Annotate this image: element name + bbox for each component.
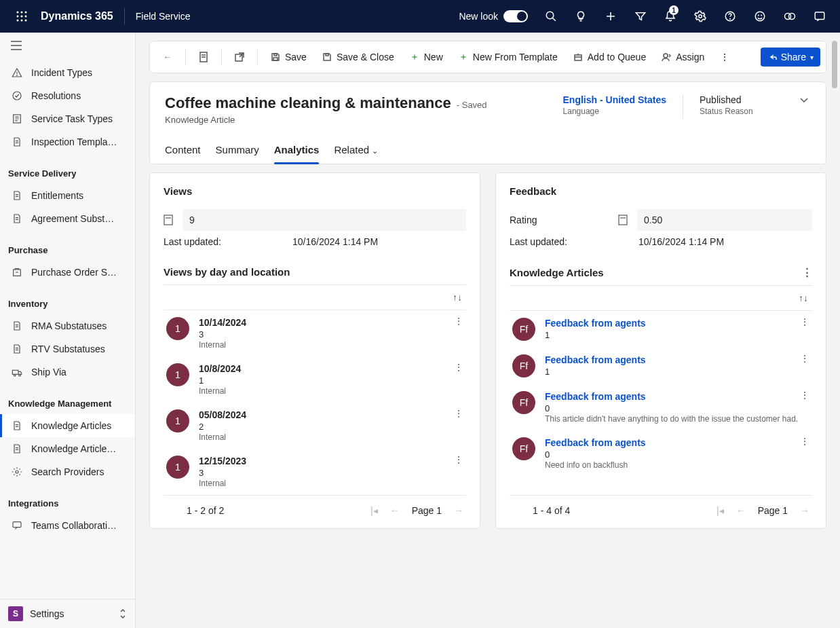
- nav-item[interactable]: Teams Collaborati…: [0, 514, 135, 537]
- filter-icon[interactable]: [626, 0, 655, 33]
- nav-label: RTV Substatuses: [31, 344, 105, 354]
- brand-label[interactable]: Dynamics 365: [41, 10, 113, 22]
- row-location: Internal: [199, 479, 246, 488]
- list-item[interactable]: 1 10/14/2024 3 Internal ⋮: [164, 310, 466, 356]
- save-button[interactable]: Save: [263, 48, 313, 67]
- row-more-icon[interactable]: ⋮: [454, 362, 463, 373]
- divider: [124, 8, 125, 24]
- views-count[interactable]: 9: [183, 209, 466, 231]
- row-more-icon[interactable]: ⋮: [800, 390, 809, 401]
- feedback-title-link[interactable]: Feedback from agents: [545, 318, 646, 329]
- row-more-icon[interactable]: ⋮: [800, 316, 809, 327]
- first-page-icon[interactable]: |◂: [370, 505, 378, 516]
- notifications-icon[interactable]: 1: [655, 0, 685, 33]
- list-item[interactable]: 1 05/08/2024 2 Internal ⋮: [164, 403, 466, 449]
- tab-content[interactable]: Content: [165, 137, 201, 164]
- nav-item[interactable]: Resolutions: [0, 84, 135, 107]
- nav-item[interactable]: RMA Substatuses: [0, 314, 135, 337]
- diamond-icon[interactable]: [775, 0, 805, 33]
- gear-icon: [11, 466, 23, 478]
- face-icon[interactable]: [745, 0, 775, 33]
- row-more-icon[interactable]: ⋮: [454, 408, 463, 419]
- overflow-button[interactable]: ⋮: [712, 48, 737, 67]
- chevron-down-icon: ⌄: [372, 147, 378, 155]
- nav-item[interactable]: Purchase Order S…: [0, 261, 135, 284]
- help-icon[interactable]: [715, 0, 745, 33]
- nav-label: RMA Substatuses: [31, 320, 107, 331]
- nav-item[interactable]: Knowledge Articles: [0, 414, 135, 437]
- list-item[interactable]: 1 10/8/2024 1 Internal ⋮: [164, 356, 466, 403]
- new-look-toggle[interactable]: New look: [459, 10, 528, 22]
- tab-summary[interactable]: Summary: [216, 137, 259, 164]
- gear-icon[interactable]: [685, 0, 715, 33]
- sidebar-toggle-icon[interactable]: [0, 33, 135, 58]
- feedback-updated-label: Last updated:: [510, 236, 611, 247]
- search-icon[interactable]: [536, 0, 566, 33]
- feedback-title-link[interactable]: Feedback from agents: [545, 437, 646, 448]
- feedback-title-link[interactable]: Feedback from agents: [545, 354, 646, 365]
- nav-item[interactable]: Incident Types: [0, 61, 135, 84]
- sort-icon[interactable]: ↑↓: [799, 293, 808, 303]
- save-close-button[interactable]: Save & Close: [315, 48, 401, 67]
- nav-item[interactable]: Ship Via: [0, 361, 135, 384]
- list-item[interactable]: Ff Feedback from agents 1 ⋮: [510, 348, 812, 384]
- row-more-icon[interactable]: ⋮: [800, 436, 809, 447]
- nav-item[interactable]: Inspection Templa…: [0, 130, 135, 153]
- nav-label: Entitlements: [31, 190, 83, 201]
- app-name[interactable]: Field Service: [136, 11, 191, 22]
- views-section-title: Views by day and location: [164, 266, 290, 278]
- tab-related[interactable]: Related⌄: [334, 137, 378, 164]
- popout-button[interactable]: [227, 48, 252, 67]
- toggle-on-icon[interactable]: [503, 10, 528, 22]
- app-launcher-icon[interactable]: [5, 0, 38, 33]
- list-item[interactable]: Ff Feedback from agents 0 Need info on b…: [510, 430, 812, 477]
- prev-page-icon[interactable]: ←: [736, 505, 746, 516]
- lightbulb-icon[interactable]: [566, 0, 596, 33]
- nav-group: PurchasePurchase Order S…: [0, 233, 135, 287]
- list-item[interactable]: Ff Feedback from agents 1 ⋮: [510, 311, 812, 348]
- new-from-template-button[interactable]: ＋New From Template: [451, 48, 565, 67]
- feedback-title-link[interactable]: Feedback from agents: [545, 391, 798, 402]
- row-more-icon[interactable]: ⋮: [454, 454, 463, 465]
- row-more-icon[interactable]: ⋮: [454, 316, 463, 327]
- header-expand-icon[interactable]: [797, 94, 811, 104]
- new-button[interactable]: ＋New: [402, 48, 450, 67]
- list-item[interactable]: 1 12/15/2023 3 Internal ⋮: [164, 449, 466, 495]
- nav-item[interactable]: Agreement Subst…: [0, 207, 135, 230]
- nav-item[interactable]: Search Providers: [0, 460, 135, 483]
- row-more-icon[interactable]: ⋮: [800, 353, 809, 364]
- svg-rect-34: [13, 522, 21, 528]
- views-pager-info: 1 - 2 of 2: [187, 505, 224, 516]
- next-page-icon[interactable]: →: [800, 505, 809, 516]
- tab-analytics[interactable]: Analytics: [274, 137, 320, 164]
- calc-icon: [164, 215, 176, 225]
- header-language[interactable]: English - United States Language: [563, 94, 666, 116]
- next-page-icon[interactable]: →: [454, 505, 463, 516]
- add-to-queue-button[interactable]: Add to Queue: [566, 48, 653, 67]
- header-status[interactable]: Published Status Reason: [700, 94, 781, 116]
- incident-icon: [11, 67, 23, 79]
- sort-icon[interactable]: ↑↓: [453, 292, 462, 303]
- share-button[interactable]: Share ▾: [761, 48, 820, 67]
- prev-page-icon[interactable]: ←: [390, 505, 400, 516]
- back-button[interactable]: ←: [155, 48, 180, 67]
- svg-rect-42: [575, 55, 581, 60]
- check-icon: [11, 90, 23, 102]
- nav-item[interactable]: Service Task Types: [0, 107, 135, 130]
- list-item[interactable]: Ff Feedback from agents 0 This article d…: [510, 384, 812, 430]
- svg-point-3: [17, 16, 19, 18]
- open-record-set-button[interactable]: [191, 48, 216, 67]
- area-label: Settings: [30, 608, 64, 619]
- rating-value[interactable]: 0.50: [637, 209, 812, 231]
- nav-item[interactable]: Entitlements: [0, 184, 135, 207]
- section-more-icon[interactable]: ⋮: [802, 266, 812, 278]
- chat-panel-icon[interactable]: [805, 0, 835, 33]
- nav-item[interactable]: RTV Substatuses: [0, 337, 135, 361]
- nav-item[interactable]: Knowledge Article…: [0, 437, 135, 460]
- scrollbar[interactable]: [832, 41, 837, 88]
- feedback-value: 0: [545, 449, 646, 460]
- first-page-icon[interactable]: |◂: [717, 505, 724, 516]
- plus-icon[interactable]: [596, 0, 626, 33]
- assign-button[interactable]: Assign: [654, 48, 711, 67]
- area-switcher[interactable]: S Settings: [0, 599, 135, 628]
